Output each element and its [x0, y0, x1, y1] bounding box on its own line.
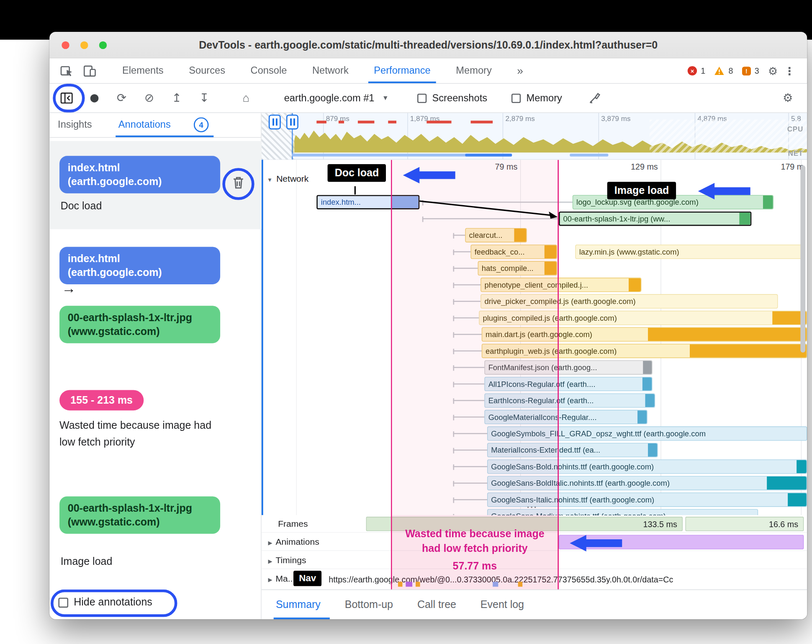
- tab-elements[interactable]: Elements: [121, 58, 164, 83]
- expand-triangle-icon[interactable]: ▶: [268, 558, 272, 564]
- screenshots-checkbox[interactable]: Screenshots: [417, 92, 487, 104]
- network-request-bar[interactable]: GoogleSans-BoldItalic.nohints.ttf (earth…: [487, 476, 807, 490]
- request-download-segment: [545, 262, 557, 275]
- annotation-image-pill[interactable]: 00-earth-splash-1x-ltr.jpg (www.gstatic.…: [59, 496, 220, 533]
- performance-timeline: 879 ms 1,879 ms 2,879 ms 3,879 ms 4,879 …: [262, 113, 807, 619]
- network-track-header[interactable]: ▼Network: [267, 174, 308, 184]
- image-load-callout[interactable]: Image load: [607, 182, 676, 199]
- expand-triangle-icon[interactable]: ▶: [268, 540, 272, 546]
- upload-trace-icon[interactable]: ↥: [168, 90, 185, 106]
- expand-triangle-icon[interactable]: ▶: [268, 577, 272, 582]
- request-queue-whisker: [422, 202, 573, 203]
- error-icon[interactable]: ×: [688, 66, 697, 75]
- animation-bar[interactable]: [559, 535, 804, 549]
- trace-window-handle[interactable]: [286, 115, 298, 130]
- network-request-bar[interactable]: All1PIcons-Regular.otf (earth....: [484, 377, 652, 391]
- tab-summary[interactable]: Summary: [276, 598, 321, 611]
- annotation-note: Wasted time because image had low fetch …: [59, 417, 220, 451]
- hide-annotations-label[interactable]: Hide annotations: [74, 596, 152, 608]
- annotation-label: Image load: [61, 555, 113, 567]
- download-trace-icon[interactable]: ↧: [196, 90, 212, 106]
- zoom-button[interactable]: [99, 41, 107, 49]
- main-label: Ma...: [276, 574, 296, 583]
- tab-insights[interactable]: Insights: [58, 119, 92, 131]
- collapse-triangle-icon[interactable]: ▼: [267, 177, 272, 183]
- memory-checkbox[interactable]: Memory: [511, 92, 562, 104]
- checkbox-box[interactable]: [511, 93, 521, 103]
- network-request-bar[interactable]: EarthIcons-Regular.otf (earth...: [484, 393, 655, 407]
- frame-duration: 16.6 ms: [769, 519, 798, 528]
- warning-count[interactable]: 8: [729, 66, 733, 75]
- network-request-bar[interactable]: phenotype_client_compiled.j...: [481, 278, 641, 292]
- net-track-label: NET: [788, 149, 803, 158]
- request-label: drive_picker_compiled.js (earth.google.c…: [484, 297, 635, 306]
- inspect-element-icon[interactable]: [57, 62, 76, 80]
- request-label: 00-earth-splash-1x-ltr.jpg (ww...: [563, 214, 671, 223]
- tab-sources[interactable]: Sources: [188, 58, 226, 83]
- network-request-bar[interactable]: FontManifest.json (earth.goog...: [484, 360, 652, 374]
- tab-bottom-up[interactable]: Bottom-up: [345, 598, 393, 611]
- kebab-menu-icon[interactable]: ⋮: [782, 64, 797, 77]
- delete-annotation-button[interactable]: [228, 173, 249, 193]
- tab-event-log[interactable]: Event log: [481, 598, 524, 611]
- capture-settings-gear-icon[interactable]: ⚙: [779, 90, 796, 106]
- network-request-bar[interactable]: feedback_co...: [471, 245, 557, 259]
- chevron-down-icon: ▼: [382, 94, 389, 102]
- network-requests: index.htm...logo_lockup.svg (earth.googl…: [262, 194, 807, 515]
- network-request-bar[interactable]: clearcut...: [465, 228, 527, 242]
- network-request-bar[interactable]: hats_compile...: [478, 261, 557, 276]
- time-label: 179 m: [760, 162, 804, 171]
- tab-memory[interactable]: Memory: [455, 58, 493, 83]
- tab-call-tree[interactable]: Call tree: [417, 598, 456, 611]
- network-request-bar[interactable]: GoogleSymbols_FILL_GRAD_opsz_wght.ttf (e…: [487, 426, 807, 440]
- timeline-overview[interactable]: 879 ms 1,879 ms 2,879 ms 3,879 ms 4,879 …: [262, 113, 807, 160]
- request-label: GoogleSans-Italic.nohints.ttf (earth.goo…: [491, 495, 654, 504]
- checkbox-box[interactable]: [417, 93, 427, 103]
- minimize-button[interactable]: [80, 41, 88, 49]
- window-titlebar: DevTools - earth.google.com/static/multi…: [49, 32, 807, 58]
- frame-bar[interactable]: 16.6 ms: [685, 517, 804, 531]
- target-selector[interactable]: earth.google.com #1 ▼: [284, 92, 389, 104]
- tab-annotations[interactable]: Annotations: [118, 119, 171, 131]
- network-request-bar[interactable]: plugins_compiled.js (earth.google.com): [479, 311, 807, 325]
- more-tabs-icon[interactable]: »: [516, 58, 524, 84]
- network-request-bar[interactable]: GoogleMaterialIcons-Regular....: [484, 410, 647, 424]
- annotation-time-range-pill[interactable]: 155 - 213 ms: [59, 390, 144, 410]
- clear-icon[interactable]: ⊘: [141, 90, 157, 106]
- issues-icon[interactable]: !: [742, 67, 751, 75]
- request-queue-whisker: [453, 334, 481, 335]
- main-activity-tick: [493, 582, 498, 587]
- hide-annotations-checkbox[interactable]: [58, 598, 68, 608]
- settings-gear-icon[interactable]: ⚙: [768, 64, 778, 77]
- record-button[interactable]: [86, 90, 102, 106]
- annotation-doc-pill[interactable]: index.html (earth.google.com): [59, 156, 220, 193]
- request-label: phenotype_client_compiled.j...: [484, 281, 588, 289]
- annotation-link-from-pill[interactable]: index.html (earth.google.com): [59, 247, 220, 284]
- close-button[interactable]: [62, 41, 69, 49]
- request-label: GoogleSans-Medium.nohints.ttf (earth.goo…: [491, 512, 666, 515]
- network-request-bar[interactable]: MaterialIcons-Extended.ttf (ea...: [487, 443, 658, 457]
- home-icon[interactable]: ⌂: [238, 90, 254, 106]
- network-request-bar[interactable]: drive_picker_compiled.js (earth.google.c…: [481, 294, 778, 309]
- tab-network[interactable]: Network: [311, 58, 349, 83]
- reload-record-icon[interactable]: ⟳: [113, 90, 130, 106]
- issue-count[interactable]: 3: [755, 66, 759, 75]
- network-request-bar[interactable]: index.htm...: [316, 195, 419, 209]
- network-request-bar[interactable]: main.dart.js (earth.google.com): [482, 327, 807, 342]
- doc-load-callout[interactable]: Doc load: [328, 164, 386, 182]
- network-request-bar[interactable]: GoogleSans-Bold.nohints.ttf (earth.googl…: [487, 459, 807, 474]
- trace-window-handle[interactable]: [269, 115, 281, 130]
- error-count[interactable]: 1: [701, 66, 705, 75]
- nav-callout[interactable]: Nav: [293, 571, 321, 586]
- network-request-bar[interactable]: 00-earth-splash-1x-ltr.jpg (ww...: [559, 211, 751, 226]
- network-request-bar[interactable]: earthplugin_web.js (earth.google.com): [482, 344, 807, 358]
- tab-console[interactable]: Console: [249, 58, 288, 83]
- toggle-sidebar-icon[interactable]: [58, 90, 75, 106]
- warning-icon[interactable]: [714, 66, 725, 75]
- network-request-bar[interactable]: lazy.min.js (www.gstatic.com): [575, 245, 804, 259]
- device-toolbar-icon[interactable]: [80, 62, 99, 80]
- collect-garbage-icon[interactable]: [586, 90, 603, 106]
- tab-performance[interactable]: Performance: [373, 58, 432, 83]
- waterfall-scrollbar[interactable]: [800, 165, 805, 353]
- annotation-link-to-pill[interactable]: 00-earth-splash-1x-ltr.jpg (www.gstatic.…: [59, 306, 220, 343]
